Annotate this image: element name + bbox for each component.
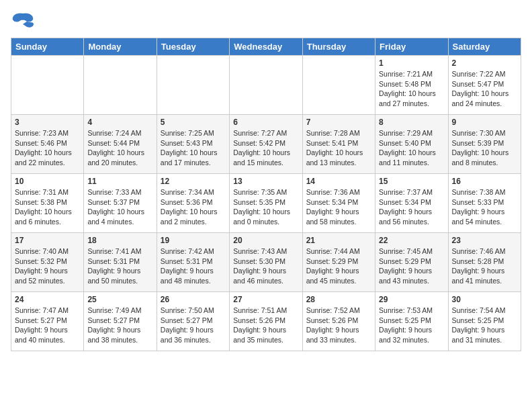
calendar-cell: 4Sunrise: 7:24 AM Sunset: 5:44 PM Daylig… [84, 115, 157, 174]
day-info: Sunrise: 7:47 AM Sunset: 5:27 PM Dayligh… [15, 306, 80, 345]
day-info: Sunrise: 7:36 AM Sunset: 5:34 PM Dayligh… [306, 187, 371, 227]
calendar-cell: 6Sunrise: 7:27 AM Sunset: 5:42 PM Daylig… [230, 115, 302, 174]
day-number: 5 [161, 118, 226, 127]
calendar-cell: 10Sunrise: 7:31 AM Sunset: 5:38 PM Dayli… [11, 174, 84, 233]
weekday-header-sunday: Sunday [11, 38, 84, 56]
day-number: 15 [379, 177, 444, 186]
calendar-table: SundayMondayTuesdayWednesdayThursdayFrid… [11, 38, 521, 351]
calendar-cell: 5Sunrise: 7:25 AM Sunset: 5:43 PM Daylig… [157, 115, 229, 174]
calendar-cell: 27Sunrise: 7:51 AM Sunset: 5:26 PM Dayli… [230, 292, 302, 351]
day-info: Sunrise: 7:38 AM Sunset: 5:33 PM Dayligh… [452, 187, 517, 227]
calendar-cell: 20Sunrise: 7:43 AM Sunset: 5:30 PM Dayli… [230, 233, 302, 292]
calendar-cell [302, 56, 375, 115]
calendar-cell [157, 56, 229, 115]
day-number: 21 [306, 236, 371, 245]
page-header [11, 11, 521, 32]
day-info: Sunrise: 7:40 AM Sunset: 5:32 PM Dayligh… [15, 246, 80, 286]
day-info: Sunrise: 7:37 AM Sunset: 5:34 PM Dayligh… [379, 187, 444, 227]
calendar-cell: 29Sunrise: 7:53 AM Sunset: 5:25 PM Dayli… [375, 292, 448, 351]
day-number: 22 [379, 236, 444, 245]
calendar-cell [11, 56, 84, 115]
weekday-header-tuesday: Tuesday [157, 38, 229, 56]
calendar-cell: 26Sunrise: 7:50 AM Sunset: 5:27 PM Dayli… [157, 292, 229, 351]
day-number: 14 [306, 177, 371, 186]
weekday-header-saturday: Saturday [448, 38, 521, 56]
calendar-cell: 17Sunrise: 7:40 AM Sunset: 5:32 PM Dayli… [11, 233, 84, 292]
day-number: 9 [452, 118, 517, 127]
day-number: 1 [379, 58, 444, 68]
calendar-cell: 15Sunrise: 7:37 AM Sunset: 5:34 PM Dayli… [375, 174, 448, 233]
day-number: 3 [15, 118, 80, 127]
calendar-cell: 13Sunrise: 7:35 AM Sunset: 5:35 PM Dayli… [230, 174, 302, 233]
calendar-cell: 11Sunrise: 7:33 AM Sunset: 5:37 PM Dayli… [84, 174, 157, 233]
day-info: Sunrise: 7:21 AM Sunset: 5:48 PM Dayligh… [379, 69, 444, 109]
day-info: Sunrise: 7:42 AM Sunset: 5:31 PM Dayligh… [161, 246, 226, 286]
day-info: Sunrise: 7:27 AM Sunset: 5:42 PM Dayligh… [233, 128, 298, 168]
calendar-cell: 30Sunrise: 7:54 AM Sunset: 5:25 PM Dayli… [448, 292, 521, 351]
calendar-cell: 2Sunrise: 7:22 AM Sunset: 5:47 PM Daylig… [448, 56, 521, 115]
weekday-header-wednesday: Wednesday [230, 38, 302, 56]
calendar-cell [84, 56, 157, 115]
day-number: 30 [452, 295, 517, 304]
day-info: Sunrise: 7:45 AM Sunset: 5:29 PM Dayligh… [379, 246, 444, 286]
calendar-cell: 21Sunrise: 7:44 AM Sunset: 5:29 PM Dayli… [302, 233, 375, 292]
day-number: 28 [306, 295, 371, 304]
day-info: Sunrise: 7:24 AM Sunset: 5:44 PM Dayligh… [87, 128, 152, 168]
calendar-cell: 24Sunrise: 7:47 AM Sunset: 5:27 PM Dayli… [11, 292, 84, 351]
day-info: Sunrise: 7:30 AM Sunset: 5:39 PM Dayligh… [452, 128, 517, 168]
day-info: Sunrise: 7:28 AM Sunset: 5:41 PM Dayligh… [306, 128, 371, 168]
day-number: 7 [306, 118, 371, 127]
day-number: 20 [233, 236, 298, 245]
calendar-cell [230, 56, 302, 115]
day-info: Sunrise: 7:23 AM Sunset: 5:46 PM Dayligh… [15, 128, 80, 168]
day-number: 29 [379, 295, 444, 304]
day-number: 24 [15, 295, 80, 304]
calendar-cell: 22Sunrise: 7:45 AM Sunset: 5:29 PM Dayli… [375, 233, 448, 292]
calendar-cell: 9Sunrise: 7:30 AM Sunset: 5:39 PM Daylig… [448, 115, 521, 174]
day-info: Sunrise: 7:29 AM Sunset: 5:40 PM Dayligh… [379, 128, 444, 168]
calendar-cell: 23Sunrise: 7:46 AM Sunset: 5:28 PM Dayli… [448, 233, 521, 292]
day-number: 18 [87, 236, 152, 245]
day-info: Sunrise: 7:53 AM Sunset: 5:25 PM Dayligh… [379, 306, 444, 345]
day-number: 19 [161, 236, 226, 245]
day-info: Sunrise: 7:22 AM Sunset: 5:47 PM Dayligh… [452, 69, 517, 109]
day-number: 23 [452, 236, 517, 245]
calendar-cell: 7Sunrise: 7:28 AM Sunset: 5:41 PM Daylig… [302, 115, 375, 174]
day-info: Sunrise: 7:54 AM Sunset: 5:25 PM Dayligh… [452, 306, 517, 345]
day-number: 13 [233, 177, 298, 186]
day-number: 2 [452, 58, 517, 68]
day-info: Sunrise: 7:44 AM Sunset: 5:29 PM Dayligh… [306, 246, 371, 286]
calendar-cell: 16Sunrise: 7:38 AM Sunset: 5:33 PM Dayli… [448, 174, 521, 233]
day-info: Sunrise: 7:31 AM Sunset: 5:38 PM Dayligh… [15, 187, 80, 227]
calendar-cell: 28Sunrise: 7:52 AM Sunset: 5:26 PM Dayli… [302, 292, 375, 351]
calendar-cell: 12Sunrise: 7:34 AM Sunset: 5:36 PM Dayli… [157, 174, 229, 233]
calendar-cell: 3Sunrise: 7:23 AM Sunset: 5:46 PM Daylig… [11, 115, 84, 174]
day-number: 4 [87, 118, 152, 127]
day-info: Sunrise: 7:50 AM Sunset: 5:27 PM Dayligh… [161, 306, 226, 345]
calendar-cell: 25Sunrise: 7:49 AM Sunset: 5:27 PM Dayli… [84, 292, 157, 351]
logo-icon [11, 11, 35, 32]
day-info: Sunrise: 7:49 AM Sunset: 5:27 PM Dayligh… [87, 306, 152, 345]
day-number: 25 [87, 295, 152, 304]
day-number: 11 [87, 177, 152, 186]
calendar-cell: 8Sunrise: 7:29 AM Sunset: 5:40 PM Daylig… [375, 115, 448, 174]
weekday-header-thursday: Thursday [302, 38, 375, 56]
calendar-cell: 18Sunrise: 7:41 AM Sunset: 5:31 PM Dayli… [84, 233, 157, 292]
day-info: Sunrise: 7:43 AM Sunset: 5:30 PM Dayligh… [233, 246, 298, 286]
day-number: 10 [15, 177, 80, 186]
day-number: 26 [161, 295, 226, 304]
day-info: Sunrise: 7:25 AM Sunset: 5:43 PM Dayligh… [161, 128, 226, 168]
calendar-cell: 19Sunrise: 7:42 AM Sunset: 5:31 PM Dayli… [157, 233, 229, 292]
day-number: 6 [233, 118, 298, 127]
day-number: 27 [233, 295, 298, 304]
day-info: Sunrise: 7:33 AM Sunset: 5:37 PM Dayligh… [87, 187, 152, 227]
day-info: Sunrise: 7:52 AM Sunset: 5:26 PM Dayligh… [306, 306, 371, 345]
day-number: 8 [379, 118, 444, 127]
day-number: 17 [15, 236, 80, 245]
day-info: Sunrise: 7:51 AM Sunset: 5:26 PM Dayligh… [233, 306, 298, 345]
day-info: Sunrise: 7:35 AM Sunset: 5:35 PM Dayligh… [233, 187, 298, 227]
logo [11, 11, 38, 32]
day-number: 12 [161, 177, 226, 186]
day-number: 16 [452, 177, 517, 186]
weekday-header-friday: Friday [375, 38, 448, 56]
